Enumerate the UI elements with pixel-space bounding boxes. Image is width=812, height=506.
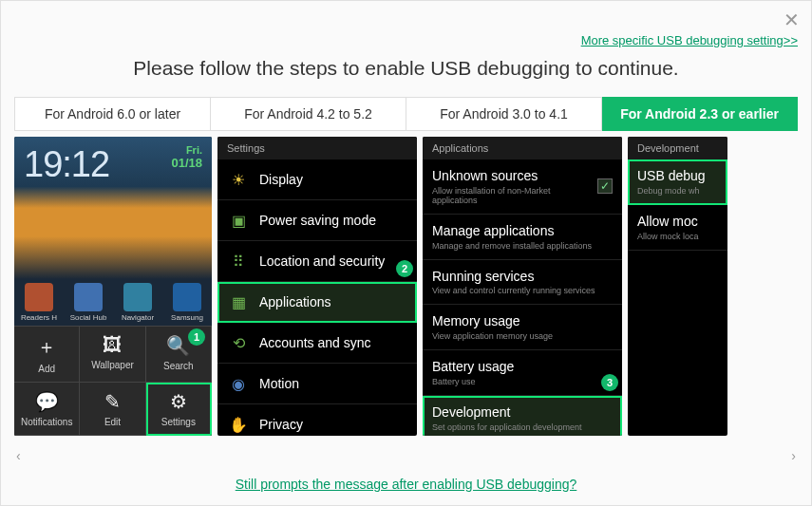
row-text: Privacy (259, 417, 407, 433)
scrollbar[interactable]: ‹ › (14, 444, 798, 467)
menu-label: Settings (161, 417, 196, 427)
row-text: USB debugDebug mode wh (637, 168, 718, 196)
screenshot-home: 19:12 Fri. 01/18 Readers HSocial HubNavi… (14, 137, 212, 436)
development-header: Development (628, 137, 727, 159)
tab-bar: For Android 6.0 or laterFor Android 4.2 … (14, 97, 798, 131)
row-label: Motion (259, 376, 407, 392)
scroll-right-icon[interactable]: › (791, 448, 796, 463)
row-text: DevelopmentSet options for application d… (432, 404, 613, 432)
close-icon[interactable]: ✕ (784, 9, 800, 31)
tab-android-3[interactable]: For Android 2.3 or earlier (602, 97, 798, 131)
clock-date-num: 01/18 (171, 156, 202, 170)
row-text: Location and security (259, 253, 407, 270)
menu-add: ＋Add (14, 327, 80, 383)
list-item: Manage applicationsManage and remove ins… (423, 215, 622, 260)
row-sublabel: Set options for application development (432, 422, 613, 432)
step-badge: 3 (601, 374, 618, 391)
menu-wallpaper: 🖼Wallpaper (80, 327, 145, 383)
tab-android-1[interactable]: For Android 4.2 to 5.2 (211, 97, 406, 131)
list-item: ▦Applications (217, 282, 417, 323)
dock-item: Readers H (14, 279, 64, 326)
still-prompts-link[interactable]: Still prompts the message after enabling… (14, 477, 798, 492)
step-badge: 1 (188, 328, 205, 346)
screenshot-applications: Applications Unknown sourcesAllow instal… (423, 137, 622, 436)
edit-icon: ✎ (104, 390, 121, 413)
applications-header: Applications (423, 137, 622, 159)
menu-label: Notifications (21, 417, 72, 427)
home-menu-grid: ＋Add🖼Wallpaper🔍Search1💬Notifications✎Edi… (14, 326, 212, 436)
step-badge: 2 (396, 260, 413, 277)
menu-label: Wallpaper (91, 360, 134, 370)
row-sublabel: View application memory usage (432, 331, 613, 341)
usb-debugging-dialog: ✕ More specific USB debugging setting>> … (0, 0, 812, 506)
dock-item: Navigator (113, 279, 162, 326)
scroll-left-icon[interactable]: ‹ (16, 448, 21, 463)
row-label: Power saving mode (259, 213, 407, 229)
wallpaper-icon: 🖼 (103, 334, 122, 356)
screenshot-settings: Settings ☀Display▣Power saving mode⠿Loca… (217, 137, 417, 436)
row-label: Memory usage (432, 313, 613, 329)
row-sublabel: Manage and remove installed applications (432, 241, 613, 251)
setting-icon: ⠿ (227, 250, 250, 272)
setting-icon: ⟲ (227, 331, 250, 354)
row-text: Running servicesView and control current… (432, 269, 613, 296)
row-text: Applications (259, 294, 407, 310)
row-text: Motion (259, 376, 407, 392)
dock-label: Readers H (21, 313, 57, 322)
setting-icon: ✋ (227, 413, 250, 436)
row-label: Development (432, 404, 613, 421)
list-item: ⠿Location and security2 (217, 241, 417, 282)
row-label: Display (259, 172, 407, 188)
row-label: Manage applications (432, 223, 613, 239)
row-text: Memory usageView application memory usag… (432, 313, 613, 341)
row-label: Location and security (259, 253, 407, 270)
list-item: ◉Motion (217, 364, 417, 404)
setting-icon: ▣ (227, 209, 250, 232)
app-icon (173, 283, 201, 311)
list-item: ✋Privacy (217, 404, 417, 436)
list-item: Battery usageBattery use3 (423, 350, 622, 396)
dock-label: Navigator (122, 313, 154, 322)
home-wallpaper: 19:12 Fri. 01/18 (14, 137, 212, 279)
tab-android-0[interactable]: For Android 6.0 or later (14, 97, 211, 131)
list-item: Unknown sourcesAllow installation of non… (423, 159, 622, 215)
row-text: Display (259, 172, 407, 188)
dock-item: Samsung (162, 279, 212, 326)
setting-icon: ▦ (227, 290, 250, 313)
search-icon: 🔍 (166, 334, 190, 357)
dock-label: Social Hub (70, 313, 107, 322)
row-text: Battery usageBattery use (432, 359, 613, 386)
row-label: Allow moc (637, 214, 718, 230)
list-item: ☀Display (217, 159, 417, 200)
menu-search: 🔍Search1 (146, 327, 212, 383)
row-text: Allow mocAllow mock loca (637, 214, 718, 241)
row-sublabel: Allow mock loca (637, 232, 718, 241)
menu-settings: ⚙Settings (146, 383, 212, 436)
row-label: USB debug (637, 168, 718, 184)
tab-android-2[interactable]: For Android 3.0 to 4.1 (406, 97, 602, 131)
add-icon: ＋ (37, 334, 56, 360)
clock-day: Fri. (171, 144, 202, 156)
row-text: Accounts and sync (259, 335, 407, 351)
screenshot-development: Development USB debugDebug mode whAllow … (628, 137, 727, 436)
row-label: Unknown sources (432, 168, 597, 184)
more-specific-link[interactable]: More specific USB debugging setting>> (14, 33, 798, 47)
list-item: Memory usageView application memory usag… (423, 305, 622, 350)
menu-edit: ✎Edit (80, 383, 145, 436)
dialog-title: Please follow the steps to enable USB de… (14, 57, 798, 80)
app-icon (123, 283, 152, 311)
row-label: Running services (432, 269, 613, 285)
list-item: ⟲Accounts and sync (217, 323, 417, 364)
list-item: Running servicesView and control current… (423, 260, 622, 306)
checkbox-icon: ✓ (597, 178, 613, 194)
row-text: Unknown sourcesAllow installation of non… (432, 168, 597, 205)
app-icon (25, 283, 53, 311)
row-label: Privacy (259, 417, 407, 433)
row-sublabel: View and control currently running servi… (432, 286, 613, 295)
notifications-icon: 💬 (35, 390, 59, 413)
menu-label: Search (163, 361, 194, 371)
clock-date: Fri. 01/18 (171, 144, 202, 272)
list-item: ▣Power saving mode (217, 200, 417, 241)
row-sublabel: Allow installation of non-Market applica… (432, 186, 597, 205)
screenshot-row[interactable]: 19:12 Fri. 01/18 Readers HSocial HubNavi… (14, 137, 798, 444)
